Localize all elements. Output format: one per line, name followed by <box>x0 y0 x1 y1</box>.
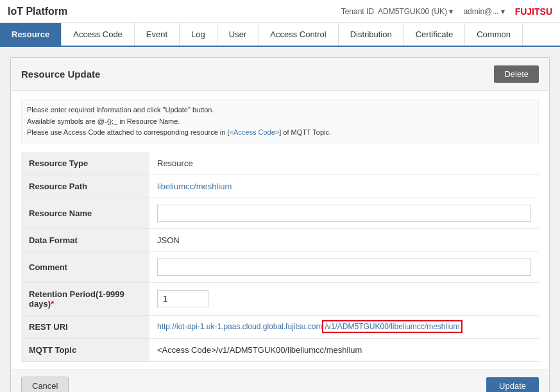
tab-log[interactable]: Log <box>180 23 217 46</box>
card-footer: Cancel Update <box>11 370 549 392</box>
tab-access-control[interactable]: Access Control <box>259 23 338 46</box>
card-title: Resource Update <box>21 69 100 80</box>
label-resource-path: Resource Path <box>21 175 149 198</box>
tenant-label: Tenant ID <box>341 7 374 16</box>
info-line1: Please enter required information and cl… <box>27 105 533 116</box>
required-star: * <box>51 299 54 309</box>
card-body: Please enter required information and cl… <box>11 91 549 370</box>
label-resource-name: Resource Name <box>21 198 149 228</box>
field-data-format: Data Format JSON <box>21 228 539 251</box>
app-header: IoT Platform Tenant ID ADM5TGUK00 (UK) ▾… <box>0 0 560 23</box>
resource-path-link[interactable]: libeliumcc/meshlium <box>157 182 232 191</box>
update-button[interactable]: Update <box>486 377 539 392</box>
access-code-link: <Access Code> <box>230 128 280 136</box>
user-info[interactable]: admin@... ▾ <box>463 7 504 16</box>
label-rest-uri: REST URI <box>21 315 149 338</box>
label-mqtt-topic: MQTT Topic <box>21 338 149 361</box>
tab-common[interactable]: Common <box>465 23 523 46</box>
info-line2: Available symbols are @-{}:_ in Resource… <box>27 116 533 128</box>
tab-distribution[interactable]: Distribution <box>339 23 404 46</box>
main-content: Resource Update Delete Please enter requ… <box>0 47 560 392</box>
cancel-button[interactable]: Cancel <box>21 377 69 392</box>
value-mqtt-topic: <Access Code>/v1/ADM5TGUK00/libeliumcc/m… <box>149 338 539 361</box>
rest-uri-highlighted: /v1/ADM5TGUK00/libeliumcc/meshlium <box>322 320 462 333</box>
info-line3: Please use Access Code attached to corre… <box>27 127 533 139</box>
tab-event[interactable]: Event <box>135 23 180 46</box>
label-retention-period: Retention Period(1-9999 days)* <box>21 282 149 315</box>
label-resource-type: Resource Type <box>21 152 149 175</box>
field-comment: Comment <box>21 251 539 282</box>
form-table: Resource Type Resource Resource Path lib… <box>21 152 539 362</box>
field-rest-uri: REST URI http://iot-api-1.uk-1.paas.clou… <box>21 315 539 338</box>
comment-input[interactable] <box>157 259 531 276</box>
retention-period-input[interactable] <box>157 290 208 307</box>
card-header: Resource Update Delete <box>11 58 549 91</box>
label-data-format: Data Format <box>21 228 149 251</box>
field-resource-name: Resource Name <box>21 198 539 228</box>
tab-access-code[interactable]: Access Code <box>62 23 135 46</box>
value-resource-path: libeliumcc/meshlium <box>149 175 539 198</box>
tab-certificate[interactable]: Certificate <box>404 23 466 46</box>
value-rest-uri: http://iot-api-1.uk-1.paas.cloud.global.… <box>149 315 539 338</box>
field-retention-period: Retention Period(1-9999 days)* <box>21 282 539 315</box>
info-text-block: Please enter required information and cl… <box>21 99 539 144</box>
tab-user[interactable]: User <box>217 23 259 46</box>
tab-resource[interactable]: Resource <box>0 23 62 46</box>
field-resource-type: Resource Type Resource <box>21 152 539 175</box>
tenant-info: Tenant ID ADM5TGUK00 (UK) ▾ <box>341 7 454 16</box>
value-resource-name <box>149 198 539 228</box>
value-comment <box>149 251 539 282</box>
field-resource-path: Resource Path libeliumcc/meshlium <box>21 175 539 198</box>
value-resource-type: Resource <box>149 152 539 175</box>
value-retention-period <box>149 282 539 315</box>
label-comment: Comment <box>21 251 149 282</box>
rest-uri-prefix: http://iot-api-1.uk-1.paas.cloud.global.… <box>157 322 322 331</box>
field-mqtt-topic: MQTT Topic <Access Code>/v1/ADM5TGUK00/l… <box>21 338 539 361</box>
resource-update-card: Resource Update Delete Please enter requ… <box>10 57 550 392</box>
delete-button[interactable]: Delete <box>494 65 539 83</box>
brand-logo: FUJITSU <box>515 6 552 17</box>
user-value: admin@... <box>463 7 498 16</box>
resource-name-input[interactable] <box>157 205 531 222</box>
nav-tabs: Resource Access Code Event Log User Acce… <box>0 23 560 47</box>
tenant-value: ADM5TGUK00 (UK) <box>378 7 447 16</box>
value-data-format: JSON <box>149 228 539 251</box>
app-logo: IoT Platform <box>8 6 341 17</box>
